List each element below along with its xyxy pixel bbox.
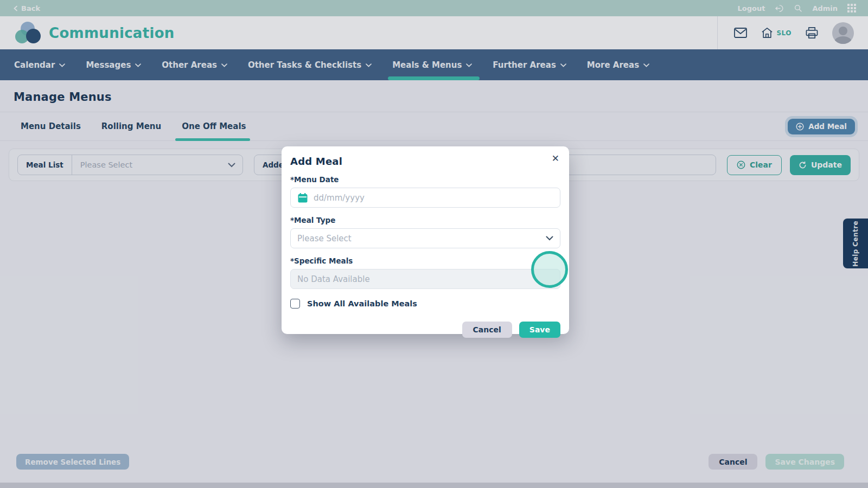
calendar-icon (297, 192, 308, 203)
meal-type-value: Please Select (297, 234, 540, 243)
specific-meals-label: *Specific Meals (290, 256, 560, 265)
chevron-down-icon (546, 236, 553, 241)
menu-date-field[interactable] (290, 188, 560, 208)
click-indicator-circle (531, 251, 568, 288)
show-all-meals-label: Show All Available Meals (307, 299, 417, 308)
add-meal-modal: ✕ Add Meal *Menu Date *Meal Type Please … (282, 146, 569, 334)
show-all-meals-row[interactable]: Show All Available Meals (290, 299, 560, 309)
screen: Back Logout Admin Communication (0, 0, 868, 488)
menu-date-input[interactable] (314, 193, 553, 203)
modal-save-button[interactable]: Save (519, 322, 560, 338)
menu-date-label: *Menu Date (290, 175, 560, 184)
specific-meals-value: No Data Available (297, 274, 553, 284)
meal-type-label: *Meal Type (290, 216, 560, 224)
modal-title: Add Meal (290, 156, 560, 167)
modal-buttons: Cancel Save (290, 322, 560, 338)
close-icon[interactable]: ✕ (550, 152, 561, 165)
modal-cancel-button[interactable]: Cancel (462, 322, 512, 338)
show-all-meals-checkbox[interactable] (290, 299, 300, 309)
specific-meals-select[interactable]: No Data Available (290, 269, 560, 289)
meal-type-select[interactable]: Please Select (290, 228, 560, 248)
